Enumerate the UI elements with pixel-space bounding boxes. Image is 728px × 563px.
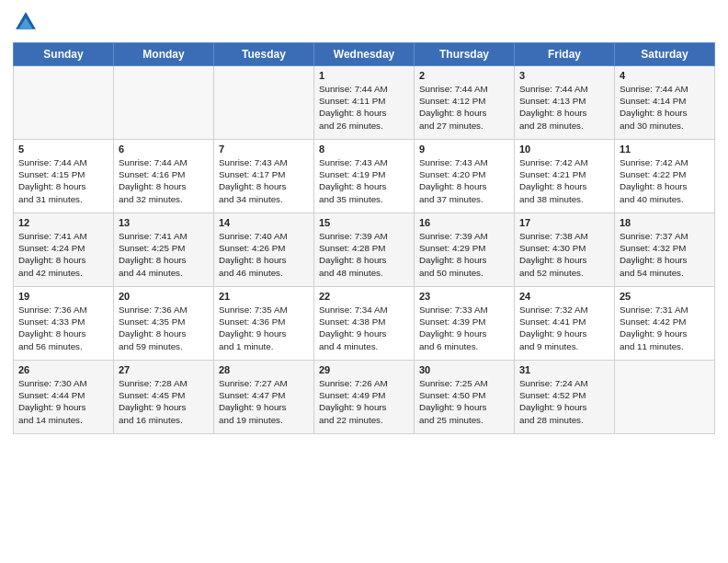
calendar-cell: 31Sunrise: 7:24 AM Sunset: 4:52 PM Dayli… — [515, 361, 615, 434]
calendar-cell: 22Sunrise: 7:34 AM Sunset: 4:38 PM Dayli… — [314, 287, 415, 361]
calendar-cell: 27Sunrise: 7:28 AM Sunset: 4:45 PM Dayli… — [114, 361, 214, 434]
day-info: Sunrise: 7:44 AM Sunset: 4:11 PM Dayligh… — [319, 83, 409, 132]
calendar-cell: 25Sunrise: 7:31 AM Sunset: 4:42 PM Dayli… — [615, 287, 715, 361]
day-number: 18 — [620, 217, 710, 228]
calendar-cell — [114, 66, 214, 140]
calendar-cell: 23Sunrise: 7:33 AM Sunset: 4:39 PM Dayli… — [415, 287, 515, 361]
day-info: Sunrise: 7:44 AM Sunset: 4:16 PM Dayligh… — [119, 156, 209, 205]
day-number: 1 — [319, 70, 409, 81]
calendar-week-4: 19Sunrise: 7:36 AM Sunset: 4:33 PM Dayli… — [14, 287, 715, 361]
calendar-cell: 17Sunrise: 7:38 AM Sunset: 4:30 PM Dayli… — [515, 213, 615, 287]
day-of-week-saturday: Saturday — [615, 43, 715, 66]
calendar-cell: 7Sunrise: 7:43 AM Sunset: 4:17 PM Daylig… — [214, 140, 314, 213]
day-header-row: SundayMondayTuesdayWednesdayThursdayFrid… — [14, 43, 715, 66]
day-number: 13 — [119, 217, 209, 228]
calendar-cell: 16Sunrise: 7:39 AM Sunset: 4:29 PM Dayli… — [415, 213, 515, 287]
day-number: 4 — [620, 70, 710, 81]
day-number: 7 — [219, 144, 309, 155]
day-number: 2 — [419, 70, 509, 81]
calendar-cell: 10Sunrise: 7:42 AM Sunset: 4:21 PM Dayli… — [515, 140, 615, 213]
day-info: Sunrise: 7:39 AM Sunset: 4:28 PM Dayligh… — [319, 230, 409, 279]
page-container: SundayMondayTuesdayWednesdayThursdayFrid… — [0, 0, 728, 440]
calendar-cell: 14Sunrise: 7:40 AM Sunset: 4:26 PM Dayli… — [214, 213, 314, 287]
day-number: 10 — [519, 144, 609, 155]
day-info: Sunrise: 7:36 AM Sunset: 4:35 PM Dayligh… — [119, 304, 209, 352]
calendar-cell: 19Sunrise: 7:36 AM Sunset: 4:33 PM Dayli… — [14, 287, 114, 361]
logo-icon — [13, 9, 39, 35]
day-number: 24 — [519, 291, 609, 302]
day-number: 6 — [119, 144, 209, 155]
calendar-body: 1Sunrise: 7:44 AM Sunset: 4:11 PM Daylig… — [14, 66, 715, 434]
day-number: 25 — [620, 291, 710, 302]
day-info: Sunrise: 7:25 AM Sunset: 4:50 PM Dayligh… — [419, 377, 509, 426]
day-info: Sunrise: 7:38 AM Sunset: 4:30 PM Dayligh… — [519, 230, 609, 279]
day-info: Sunrise: 7:43 AM Sunset: 4:19 PM Dayligh… — [319, 156, 409, 205]
day-of-week-thursday: Thursday — [415, 43, 515, 66]
day-info: Sunrise: 7:44 AM Sunset: 4:13 PM Dayligh… — [519, 83, 609, 132]
day-info: Sunrise: 7:39 AM Sunset: 4:29 PM Dayligh… — [419, 230, 509, 279]
calendar-cell — [214, 66, 314, 140]
day-number: 21 — [219, 291, 309, 302]
calendar-cell: 15Sunrise: 7:39 AM Sunset: 4:28 PM Dayli… — [314, 213, 415, 287]
day-info: Sunrise: 7:40 AM Sunset: 4:26 PM Dayligh… — [219, 230, 309, 279]
calendar-cell: 28Sunrise: 7:27 AM Sunset: 4:47 PM Dayli… — [214, 361, 314, 434]
day-number: 5 — [18, 144, 108, 155]
day-info: Sunrise: 7:34 AM Sunset: 4:38 PM Dayligh… — [319, 304, 409, 352]
day-number: 22 — [319, 291, 409, 302]
day-info: Sunrise: 7:42 AM Sunset: 4:21 PM Dayligh… — [519, 156, 609, 205]
calendar-week-2: 5Sunrise: 7:44 AM Sunset: 4:15 PM Daylig… — [14, 140, 715, 213]
day-number: 3 — [519, 70, 609, 81]
day-info: Sunrise: 7:44 AM Sunset: 4:14 PM Dayligh… — [620, 83, 710, 132]
day-of-week-wednesday: Wednesday — [314, 43, 415, 66]
day-info: Sunrise: 7:28 AM Sunset: 4:45 PM Dayligh… — [119, 377, 209, 426]
day-number: 16 — [419, 217, 509, 228]
calendar-cell: 1Sunrise: 7:44 AM Sunset: 4:11 PM Daylig… — [314, 66, 415, 140]
day-of-week-sunday: Sunday — [14, 43, 114, 66]
calendar-cell: 13Sunrise: 7:41 AM Sunset: 4:25 PM Dayli… — [114, 213, 214, 287]
day-number: 28 — [219, 364, 309, 375]
calendar-table: SundayMondayTuesdayWednesdayThursdayFrid… — [13, 42, 715, 434]
day-info: Sunrise: 7:37 AM Sunset: 4:32 PM Dayligh… — [620, 230, 710, 279]
calendar-week-1: 1Sunrise: 7:44 AM Sunset: 4:11 PM Daylig… — [14, 66, 715, 140]
day-info: Sunrise: 7:42 AM Sunset: 4:22 PM Dayligh… — [620, 156, 710, 205]
day-number: 23 — [419, 291, 509, 302]
calendar-cell — [615, 361, 715, 434]
day-number: 11 — [620, 144, 710, 155]
calendar-cell: 30Sunrise: 7:25 AM Sunset: 4:50 PM Dayli… — [415, 361, 515, 434]
header — [13, 9, 715, 35]
day-info: Sunrise: 7:32 AM Sunset: 4:41 PM Dayligh… — [519, 304, 609, 352]
day-number: 12 — [18, 217, 108, 228]
day-info: Sunrise: 7:30 AM Sunset: 4:44 PM Dayligh… — [18, 377, 108, 426]
calendar-cell: 5Sunrise: 7:44 AM Sunset: 4:15 PM Daylig… — [14, 140, 114, 213]
day-info: Sunrise: 7:35 AM Sunset: 4:36 PM Dayligh… — [219, 304, 309, 352]
day-number: 17 — [519, 217, 609, 228]
day-info: Sunrise: 7:31 AM Sunset: 4:42 PM Dayligh… — [620, 304, 710, 352]
day-number: 30 — [419, 364, 509, 375]
day-number: 20 — [119, 291, 209, 302]
calendar-week-5: 26Sunrise: 7:30 AM Sunset: 4:44 PM Dayli… — [14, 361, 715, 434]
day-number: 29 — [319, 364, 409, 375]
day-info: Sunrise: 7:41 AM Sunset: 4:24 PM Dayligh… — [18, 230, 108, 279]
calendar-cell: 11Sunrise: 7:42 AM Sunset: 4:22 PM Dayli… — [615, 140, 715, 213]
day-info: Sunrise: 7:36 AM Sunset: 4:33 PM Dayligh… — [18, 304, 108, 352]
day-info: Sunrise: 7:44 AM Sunset: 4:12 PM Dayligh… — [419, 83, 509, 132]
calendar-cell: 8Sunrise: 7:43 AM Sunset: 4:19 PM Daylig… — [314, 140, 415, 213]
day-number: 8 — [319, 144, 409, 155]
day-of-week-friday: Friday — [515, 43, 615, 66]
logo — [13, 9, 41, 35]
calendar-week-3: 12Sunrise: 7:41 AM Sunset: 4:24 PM Dayli… — [14, 213, 715, 287]
day-number: 9 — [419, 144, 509, 155]
calendar-cell: 4Sunrise: 7:44 AM Sunset: 4:14 PM Daylig… — [615, 66, 715, 140]
day-info: Sunrise: 7:41 AM Sunset: 4:25 PM Dayligh… — [119, 230, 209, 279]
calendar-cell — [14, 66, 114, 140]
day-info: Sunrise: 7:44 AM Sunset: 4:15 PM Dayligh… — [18, 156, 108, 205]
day-number: 14 — [219, 217, 309, 228]
calendar-cell: 29Sunrise: 7:26 AM Sunset: 4:49 PM Dayli… — [314, 361, 415, 434]
day-of-week-tuesday: Tuesday — [214, 43, 314, 66]
day-info: Sunrise: 7:43 AM Sunset: 4:20 PM Dayligh… — [419, 156, 509, 205]
calendar-cell: 18Sunrise: 7:37 AM Sunset: 4:32 PM Dayli… — [615, 213, 715, 287]
calendar-cell: 6Sunrise: 7:44 AM Sunset: 4:16 PM Daylig… — [114, 140, 214, 213]
day-of-week-monday: Monday — [114, 43, 214, 66]
day-info: Sunrise: 7:24 AM Sunset: 4:52 PM Dayligh… — [519, 377, 609, 426]
calendar-cell: 26Sunrise: 7:30 AM Sunset: 4:44 PM Dayli… — [14, 361, 114, 434]
